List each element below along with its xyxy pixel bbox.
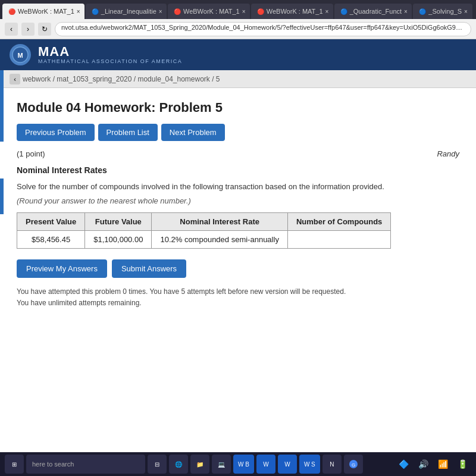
browser-tabs: 🔴 WeBWorK : MAT_1 × 🔵 _Linear_Inequaliti… (0, 0, 476, 19)
breadcrumb-bar: ‹ webwork / mat_1053_spring_2020 / modul… (0, 70, 476, 88)
col-header-present-value: Present Value (17, 212, 85, 230)
tab-icon-1: 🔴 (8, 8, 15, 15)
tab-label-3: WeBWorK : MAT_1 (183, 8, 240, 15)
page-title: Module 04 Homework: Problem 5 (17, 100, 459, 115)
round-note: (Round your answer to the nearest whole … (17, 196, 459, 205)
taskbar-google[interactable]: G (344, 455, 363, 474)
tab-icon-3: 🔴 (174, 8, 181, 15)
tab-close-4[interactable]: × (325, 8, 329, 15)
taskbar-word-blue[interactable]: W B (233, 455, 254, 474)
table-row: $58,456.45 $1,100,000.00 10.2% compounde… (17, 230, 391, 248)
tab-close-2[interactable]: × (159, 8, 162, 15)
tab-icon-4: 🔴 (257, 8, 264, 15)
cell-future-value: $1,100,000.00 (85, 230, 152, 248)
volume-icon: 🔊 (415, 457, 432, 471)
tab-label-1: WeBWorK : MAT_1 (18, 8, 74, 15)
taskbar-search[interactable]: here to search (26, 455, 145, 474)
main-content: Module 04 Homework: Problem 5 Previous P… (0, 88, 476, 452)
tab-webwork-3[interactable]: 🔴 WeBWorK : MAT_1 × (251, 4, 333, 19)
taskbar: ⊞ here to search ⊟ 🌐 📁 💻 W B W W W S N G… (0, 452, 476, 476)
data-table: Present Value Future Value Nominal Inter… (17, 212, 391, 249)
browser-bar: ‹ › ↻ nvot.utsa.edu/webwork2/MAT_1053_Sp… (0, 19, 476, 39)
maa-title-block: MAA MATHEMATICAL ASSOCIATION OF AMERICA (38, 45, 182, 65)
preview-answers-button[interactable]: Preview My Answers (17, 259, 107, 278)
navigation-buttons: Previous Problem Problem List Next Probl… (17, 124, 459, 141)
attempt-note-2: You have unlimited attempts remaining. (17, 298, 459, 309)
tab-webwork-2[interactable]: 🔴 WeBWorK : MAT_1 × (168, 4, 250, 19)
action-buttons: Preview My Answers Submit Answers (17, 259, 459, 278)
maa-logo-icon: M (12, 46, 29, 63)
tab-icon-5: 🔵 (340, 8, 347, 15)
tab-label-6: _Solving_S (428, 8, 462, 15)
svg-text:G: G (352, 462, 355, 468)
google-icon: G (349, 460, 358, 468)
col-header-nominal-rate: Nominal Interest Rate (152, 212, 287, 230)
tab-quadratic[interactable]: 🔵 _Quadratic_Funct × (334, 4, 412, 19)
answer-input[interactable] (309, 235, 369, 244)
taskbar-computer[interactable]: 💻 (212, 455, 231, 474)
breadcrumb: webwork / mat_1053_spring_2020 / module_… (23, 75, 220, 83)
maa-header: M MAA MATHEMATICAL ASSOCIATION OF AMERIC… (0, 39, 476, 70)
bluetooth-icon: 🔷 (395, 457, 412, 471)
taskbar-chrome[interactable]: N (322, 455, 342, 474)
cell-answer[interactable] (287, 230, 390, 248)
address-bar[interactable]: nvot.utsa.edu/webwork2/MAT_1053_Spring_2… (55, 22, 471, 36)
col-header-compounds: Number of Compounds (287, 212, 390, 230)
sidebar-accent-bottom (0, 178, 4, 214)
tab-close-6[interactable]: × (464, 8, 468, 15)
tab-label-4: WeBWorK : MAT_1 (267, 8, 323, 15)
tab-close-3[interactable]: × (242, 8, 246, 15)
next-problem-button[interactable]: Next Problem (161, 124, 225, 141)
taskbar-right: 🔷 🔊 📶 🔋 (395, 457, 471, 471)
col-header-future-value: Future Value (85, 212, 152, 230)
taskbar-word-s[interactable]: W S (299, 455, 320, 474)
refresh-button[interactable]: ↻ (38, 23, 51, 36)
previous-problem-button[interactable]: Previous Problem (17, 124, 95, 141)
start-button[interactable]: ⊞ (5, 455, 24, 474)
attempt-note-1: You have attempted this problem 0 times.… (17, 286, 459, 298)
problem-description: Solve for the number of compounds involv… (17, 181, 459, 193)
section-title: Nominal Interest Rates (17, 165, 459, 175)
back-button[interactable]: ‹ (5, 23, 18, 36)
breadcrumb-back-button[interactable]: ‹ (10, 74, 20, 84)
svg-text:M: M (17, 52, 23, 59)
tab-close-1[interactable]: × (77, 8, 80, 15)
tab-close-5[interactable]: × (404, 8, 408, 15)
tab-icon-6: 🔵 (419, 8, 426, 15)
problem-list-button[interactable]: Problem List (98, 124, 158, 141)
taskbar-word-2[interactable]: W (278, 455, 297, 474)
battery-icon: 🔋 (454, 457, 471, 471)
maa-subtitle: MATHEMATICAL ASSOCIATION OF AMERICA (38, 58, 182, 65)
search-placeholder: here to search (32, 461, 74, 468)
user-name: Randy (437, 149, 459, 158)
network-icon: 📶 (434, 457, 452, 471)
point-note: (1 point) (17, 149, 45, 158)
cell-nominal-rate: 10.2% compounded semi-annually (152, 230, 287, 248)
tab-solving[interactable]: 🔵 _Solving_S × (413, 4, 472, 19)
tab-icon-2: 🔵 (92, 8, 99, 15)
maa-main-title: MAA (38, 45, 182, 58)
forward-button[interactable]: › (21, 23, 35, 36)
taskbar-file-explorer[interactable]: 📁 (190, 455, 209, 474)
taskbar-edge[interactable]: 🌐 (169, 455, 188, 474)
submit-answers-button[interactable]: Submit Answers (112, 259, 186, 278)
tab-label-2: _Linear_Inequalitie (101, 8, 156, 15)
sidebar-accent-top (0, 70, 4, 142)
maa-logo: M (10, 44, 31, 65)
tab-label-5: _Quadratic_Funct (350, 8, 402, 15)
tab-linear[interactable]: 🔵 _Linear_Inequalitie × (86, 4, 167, 19)
taskbar-word-1[interactable]: W (256, 455, 275, 474)
taskbar-task-view[interactable]: ⊟ (148, 455, 167, 474)
cell-present-value: $58,456.45 (17, 230, 85, 248)
tab-webwork-1[interactable]: 🔴 WeBWorK : MAT_1 × (2, 4, 84, 19)
